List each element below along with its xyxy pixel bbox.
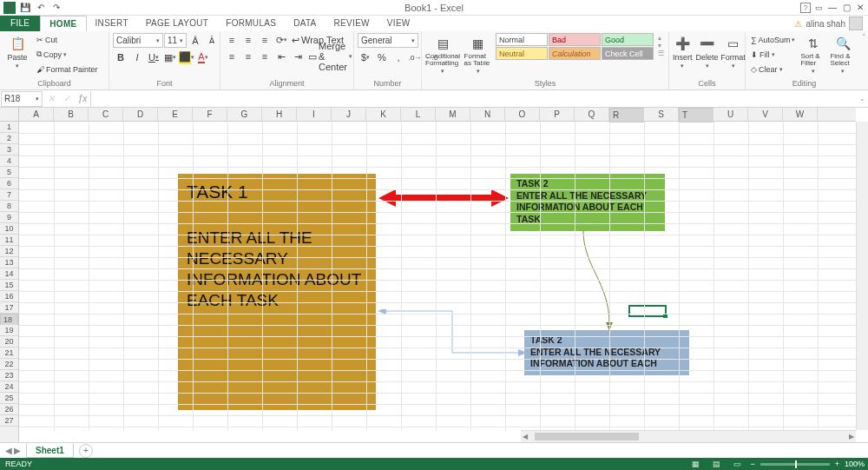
tab-page-layout[interactable]: PAGE LAYOUT bbox=[137, 16, 217, 31]
row-header[interactable]: 18 bbox=[0, 314, 18, 325]
column-header[interactable]: G bbox=[227, 108, 262, 121]
align-top-icon[interactable]: ≡ bbox=[224, 33, 240, 47]
row-header[interactable]: 27 bbox=[0, 415, 18, 427]
worksheet-grid[interactable]: ABCDEFGHIJKLMNOPQRSTUVW 1234567891011121… bbox=[0, 108, 868, 442]
sheet-tab-sheet1[interactable]: Sheet1 bbox=[26, 444, 74, 458]
minimize-icon[interactable]: — bbox=[826, 2, 838, 14]
row-header[interactable]: 26 bbox=[0, 404, 18, 415]
page-break-view-icon[interactable]: ▭ bbox=[729, 459, 745, 469]
tab-data[interactable]: DATA bbox=[285, 16, 325, 31]
column-header[interactable]: R bbox=[609, 108, 644, 122]
increase-indent-icon[interactable]: ⇥ bbox=[290, 50, 306, 63]
horizontal-scrollbar[interactable]: ◀ ▶ bbox=[521, 430, 856, 442]
orientation-icon[interactable]: ⟳▾ bbox=[273, 33, 289, 47]
row-header[interactable]: 8 bbox=[0, 201, 18, 212]
paste-button[interactable]: 📋 Paste ▾ bbox=[3, 33, 31, 70]
cells-area[interactable]: TASK 1 ENTER ALL THE NECESSARY INFORMATI… bbox=[19, 122, 856, 430]
scroll-thumb[interactable] bbox=[535, 433, 639, 440]
font-size-select[interactable]: 11▾ bbox=[164, 33, 187, 48]
sort-filter-button[interactable]: ⇅Sort & Filter▾ bbox=[800, 33, 826, 75]
collapse-ribbon-icon[interactable]: ˄ bbox=[862, 33, 866, 42]
style-bad[interactable]: Bad bbox=[549, 33, 601, 46]
column-header[interactable]: O bbox=[505, 108, 540, 121]
undo-icon[interactable]: ↶ bbox=[35, 2, 47, 14]
column-header[interactable]: T bbox=[679, 108, 713, 122]
column-header[interactable]: S bbox=[644, 108, 679, 121]
conditional-formatting-button[interactable]: ▤ Conditional Formatting▾ bbox=[425, 33, 461, 75]
accounting-format-icon[interactable]: $▾ bbox=[358, 50, 373, 64]
fill-color-button[interactable]: ⬛▾ bbox=[179, 50, 194, 64]
row-header[interactable]: 16 bbox=[0, 291, 18, 302]
tab-review[interactable]: REVIEW bbox=[326, 16, 378, 31]
row-header[interactable]: 20 bbox=[0, 336, 18, 348]
fill-button[interactable]: ⬇Fill▾ bbox=[749, 48, 797, 61]
row-header[interactable]: 3 bbox=[0, 144, 18, 156]
tab-home[interactable]: HOME bbox=[40, 16, 86, 31]
row-header[interactable]: 5 bbox=[0, 167, 18, 178]
row-header[interactable]: 19 bbox=[0, 325, 18, 336]
column-header[interactable]: J bbox=[332, 108, 366, 121]
zoom-slider[interactable] bbox=[760, 463, 830, 466]
align-middle-icon[interactable]: ≡ bbox=[240, 33, 256, 47]
scroll-right-icon[interactable]: ▶ bbox=[849, 433, 854, 440]
row-header[interactable]: 2 bbox=[0, 133, 18, 144]
comma-format-icon[interactable]: , bbox=[391, 50, 406, 64]
row-header[interactable]: 12 bbox=[0, 246, 18, 257]
clear-button[interactable]: ◇Clear▾ bbox=[749, 63, 797, 76]
row-header[interactable]: 25 bbox=[0, 393, 18, 404]
scroll-left-icon[interactable]: ◀ bbox=[523, 433, 528, 440]
style-calculation[interactable]: Calculation bbox=[549, 47, 601, 60]
column-header[interactable]: U bbox=[713, 108, 748, 121]
column-headers[interactable]: ABCDEFGHIJKLMNOPQRSTUVW bbox=[19, 108, 856, 122]
column-header[interactable]: K bbox=[366, 108, 401, 121]
expand-formula-bar-icon[interactable]: ⌄ bbox=[856, 95, 868, 103]
formula-input[interactable] bbox=[90, 91, 856, 107]
shrink-font-icon[interactable]: Ǎ bbox=[204, 34, 220, 48]
help-icon[interactable]: ? bbox=[800, 3, 811, 13]
column-header[interactable]: V bbox=[748, 108, 783, 121]
row-header[interactable]: 11 bbox=[0, 235, 18, 246]
style-check-cell[interactable]: Check Cell bbox=[602, 47, 654, 60]
page-layout-view-icon[interactable]: ▤ bbox=[708, 459, 724, 469]
shape-task1[interactable]: TASK 1 ENTER ALL THE NECESSARY INFORMATI… bbox=[178, 174, 376, 410]
row-header[interactable]: 24 bbox=[0, 381, 18, 393]
autosum-button[interactable]: ∑AutoSum▾ bbox=[749, 33, 797, 46]
row-header[interactable]: 17 bbox=[0, 302, 18, 314]
name-box[interactable]: R18▾ bbox=[1, 91, 43, 107]
underline-button[interactable]: U▾ bbox=[146, 50, 161, 64]
zoom-in-icon[interactable]: + bbox=[835, 460, 839, 468]
zoom-out-icon[interactable]: − bbox=[750, 460, 754, 468]
decrease-indent-icon[interactable]: ⇤ bbox=[273, 50, 289, 63]
align-center-icon[interactable]: ≡ bbox=[240, 50, 256, 63]
grow-font-icon[interactable]: Â bbox=[187, 34, 203, 48]
column-header[interactable]: A bbox=[19, 108, 54, 121]
column-header[interactable]: W bbox=[783, 108, 818, 121]
select-all-button[interactable] bbox=[0, 108, 19, 122]
row-header[interactable]: 1 bbox=[0, 122, 18, 133]
tab-formulas[interactable]: FORMULAS bbox=[217, 16, 285, 31]
zoom-level[interactable]: 100% bbox=[845, 460, 865, 468]
column-header[interactable]: M bbox=[436, 108, 470, 121]
cancel-formula-icon[interactable]: ✕ bbox=[43, 91, 59, 107]
column-header[interactable]: L bbox=[401, 108, 436, 121]
new-sheet-button[interactable]: + bbox=[79, 444, 93, 458]
font-name-select[interactable]: Calibri▾ bbox=[113, 33, 163, 48]
restore-icon[interactable]: ▢ bbox=[840, 2, 852, 14]
tab-view[interactable]: VIEW bbox=[378, 16, 419, 31]
column-header[interactable]: F bbox=[193, 108, 227, 121]
save-icon[interactable]: 💾 bbox=[19, 2, 31, 14]
cut-button[interactable]: ✂Cut bbox=[35, 33, 100, 46]
align-bottom-icon[interactable]: ≡ bbox=[257, 33, 273, 47]
sheet-nav-next-icon[interactable]: ▶ bbox=[14, 446, 21, 455]
number-format-select[interactable]: General▾ bbox=[358, 33, 418, 48]
row-header[interactable]: 6 bbox=[0, 178, 18, 189]
row-headers[interactable]: 1234567891011121314151617181920212223242… bbox=[0, 122, 19, 442]
column-header[interactable]: E bbox=[158, 108, 193, 121]
close-icon[interactable]: ✕ bbox=[854, 2, 866, 14]
style-good[interactable]: Good bbox=[602, 33, 654, 46]
active-cell[interactable] bbox=[628, 305, 667, 317]
style-normal[interactable]: Normal bbox=[496, 33, 548, 46]
ribbon-options-icon[interactable]: ▭ bbox=[812, 2, 825, 14]
column-header[interactable]: Q bbox=[575, 108, 609, 121]
row-header[interactable]: 4 bbox=[0, 156, 18, 167]
